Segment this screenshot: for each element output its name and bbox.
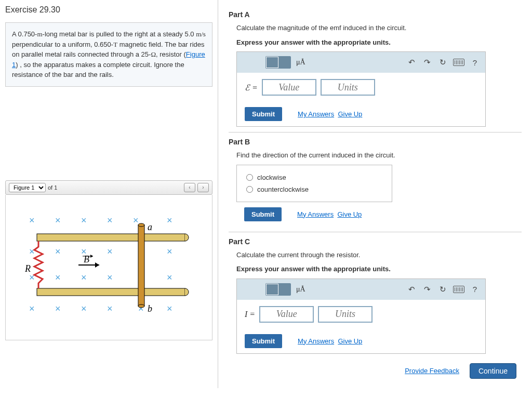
svg-text:×: × (81, 272, 87, 283)
svg-point-25 (138, 223, 144, 227)
svg-text:×: × (55, 303, 61, 314)
part-c: Part C Calculate the current through the… (229, 232, 522, 354)
part-a-submit-button[interactable]: Submit (245, 107, 282, 121)
part-c-my-answers-link[interactable]: My Answers (298, 337, 334, 345)
part-c-submit-button[interactable]: Submit (245, 334, 282, 348)
part-b: Part B Find the direction of the current… (229, 132, 522, 227)
svg-text:×: × (29, 215, 35, 226)
part-c-header: Part C (229, 237, 522, 246)
part-b-radio-clockwise[interactable] (246, 174, 253, 181)
part-a-var-label: ℰ = (245, 83, 258, 92)
part-b-prompt: Find the direction of the current induce… (236, 150, 522, 161)
svg-text:×: × (55, 272, 61, 283)
svg-text:×: × (81, 215, 87, 226)
svg-text:b: b (148, 303, 152, 314)
template-btn-2[interactable] (278, 57, 290, 68)
part-b-opt2-label: counterclockwise (257, 185, 309, 193)
part-c-var-label: I = (245, 310, 255, 319)
part-c-give-up-link[interactable]: Give Up (338, 337, 362, 345)
svg-text:R: R (24, 263, 31, 274)
part-c-instruction: Express your answer with the appropriate… (236, 264, 522, 274)
svg-marker-34 (90, 255, 93, 258)
svg-text:×: × (29, 246, 35, 257)
svg-text:a: a (148, 222, 152, 232)
svg-text:B: B (84, 254, 89, 264)
svg-text:×: × (167, 272, 172, 283)
figure-prev-button[interactable]: ‹ (184, 183, 195, 192)
figure-nav: Figure 1 of 1 ‹ › (5, 180, 212, 195)
part-b-header: Part B (229, 138, 522, 146)
svg-text:×: × (133, 215, 139, 226)
part-a-prompt: Calculate the magnitude of the emf induc… (236, 23, 522, 33)
part-a-my-answers-link[interactable]: My Answers (298, 110, 334, 118)
problem-statement: A 0.750-m-long metal bar is pulled to th… (5, 22, 212, 87)
svg-text:×: × (55, 246, 61, 257)
help-icon[interactable]: ? (470, 58, 480, 67)
keyboard-icon[interactable] (453, 59, 464, 66)
svg-text:×: × (167, 215, 172, 226)
template-tool[interactable] (265, 56, 291, 69)
template-btn-c2[interactable] (278, 284, 290, 295)
exercise-title: Exercise 29.30 (5, 5, 212, 15)
part-b-opt1-label: clockwise (257, 174, 286, 181)
svg-text:×: × (55, 215, 61, 226)
part-a-answer-box: μÅ ↶ ↷ ↻ ? ℰ = Submit My Answers (236, 51, 486, 127)
keyboard-icon-c[interactable] (453, 286, 464, 293)
svg-rect-23 (37, 288, 185, 296)
template-tool-c[interactable] (265, 283, 291, 296)
svg-text:×: × (107, 303, 113, 314)
footer: Provide Feedback Continue (229, 359, 522, 383)
part-a-value-input[interactable] (262, 79, 316, 96)
part-a-give-up-link[interactable]: Give Up (338, 110, 362, 118)
undo-icon-c[interactable]: ↶ (406, 285, 417, 294)
symbols-button[interactable]: μÅ (296, 58, 305, 67)
reset-icon[interactable]: ↻ (437, 58, 448, 67)
part-b-radio-counterclockwise[interactable] (246, 186, 253, 193)
part-c-value-input[interactable] (259, 306, 314, 323)
svg-text:×: × (29, 303, 35, 314)
part-b-my-answers-link[interactable]: My Answers (297, 210, 334, 218)
undo-icon[interactable]: ↶ (406, 58, 417, 67)
part-a-header: Part A (229, 10, 522, 19)
figure-next-button[interactable]: › (197, 183, 209, 192)
svg-text:×: × (29, 272, 35, 283)
redo-icon[interactable]: ↷ (422, 58, 432, 67)
svg-text:×: × (81, 303, 87, 314)
figure-count: of 1 (48, 184, 57, 191)
symbols-button-c[interactable]: μÅ (296, 285, 305, 294)
svg-point-26 (138, 304, 144, 308)
svg-text:×: × (167, 246, 172, 257)
figure-canvas: ×××××× ××××× ××××× ×××××× (5, 195, 212, 340)
part-b-submit-button[interactable]: Submit (244, 207, 282, 221)
part-b-options: clockwise counterclockwise (236, 165, 392, 202)
svg-text:×: × (107, 215, 113, 226)
figure-link[interactable]: Figure 1 (12, 50, 205, 69)
svg-text:×: × (107, 246, 113, 257)
provide-feedback-link[interactable]: Provide Feedback (405, 367, 459, 375)
part-a-units-input[interactable] (321, 79, 375, 96)
svg-rect-24 (138, 225, 144, 306)
svg-text:×: × (167, 303, 172, 314)
continue-button[interactable]: Continue (470, 363, 516, 379)
part-c-answer-box: μÅ ↶ ↷ ↻ ? I = Submit My Answers (236, 279, 486, 354)
redo-icon-c[interactable]: ↷ (422, 285, 432, 294)
part-c-prompt: Calculate the current through the resist… (236, 250, 522, 260)
help-icon-c[interactable]: ? (470, 285, 480, 294)
part-a: Part A Calculate the magnitude of the em… (229, 5, 522, 127)
template-btn-1[interactable] (267, 57, 278, 68)
reset-icon-c[interactable]: ↻ (437, 285, 448, 294)
part-c-units-input[interactable] (318, 306, 373, 323)
part-b-give-up-link[interactable]: Give Up (337, 210, 362, 218)
svg-text:×: × (107, 272, 113, 283)
figure-select[interactable]: Figure 1 (9, 183, 46, 192)
svg-marker-28 (95, 262, 99, 268)
template-btn-c1[interactable] (267, 284, 278, 295)
part-a-instruction: Express your answer with the appropriate… (236, 37, 522, 48)
svg-rect-22 (37, 234, 185, 241)
